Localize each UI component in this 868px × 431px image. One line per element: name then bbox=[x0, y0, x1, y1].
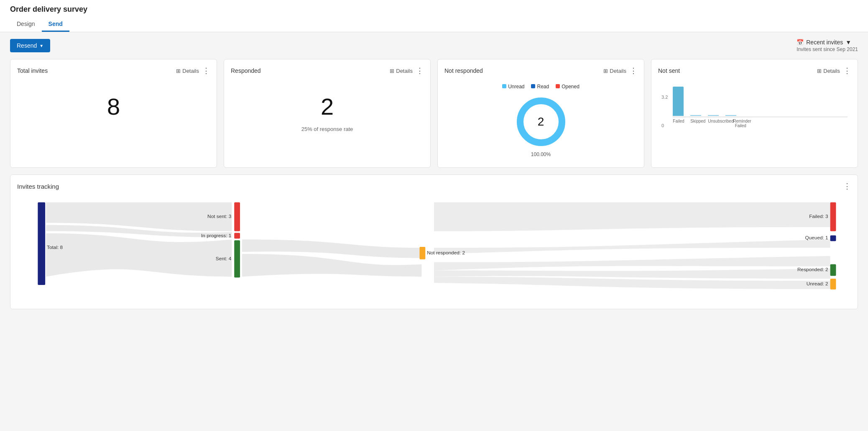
node-not-sent bbox=[234, 202, 240, 231]
donut-chart: 2 bbox=[514, 95, 568, 149]
legend-opened: Opened bbox=[556, 84, 580, 90]
tabs: Design Send bbox=[10, 17, 858, 32]
tab-design[interactable]: Design bbox=[10, 17, 42, 32]
bar-failed bbox=[673, 87, 684, 116]
tracking-more-button[interactable]: ⋮ bbox=[843, 182, 851, 191]
not-sent-more-button[interactable]: ⋮ bbox=[843, 66, 851, 75]
donut-percent: 100.00% bbox=[531, 151, 551, 157]
responded-title: Responded bbox=[231, 67, 261, 74]
chevron-down-icon: ▼ bbox=[845, 39, 851, 46]
responded-more-button[interactable]: ⋮ bbox=[416, 66, 424, 75]
y-label-bottom: 0 bbox=[661, 123, 668, 128]
total-invites-card: Total invites ⊞ Details ⋮ 8 bbox=[10, 59, 217, 168]
label-queued: Queued: 1 bbox=[805, 235, 828, 241]
not-responded-more-button[interactable]: ⋮ bbox=[630, 66, 637, 75]
label-sent: Sent: 4 bbox=[216, 256, 232, 262]
tracking-title: Invites tracking bbox=[17, 183, 59, 190]
label-not-sent: Not sent: 3 bbox=[207, 213, 232, 219]
page-title: Order delivery survey bbox=[10, 5, 858, 14]
bar-reminder-failed bbox=[725, 115, 736, 116]
responded-sub: 25% of response rate bbox=[231, 126, 424, 132]
tracking-header: Invites tracking ⋮ bbox=[17, 182, 851, 191]
legend-read: Read bbox=[531, 84, 549, 90]
node-unread bbox=[830, 279, 836, 290]
label-unread: Unread: 2 bbox=[807, 281, 828, 287]
legend-unread: Unread bbox=[502, 84, 524, 90]
donut-center-value: 2 bbox=[538, 115, 544, 128]
tab-send[interactable]: Send bbox=[42, 17, 69, 32]
y-label-top: 3.2 bbox=[661, 95, 668, 100]
label-not-responded: Not responded: 2 bbox=[427, 250, 465, 256]
label-responded: Responded: 2 bbox=[797, 267, 828, 272]
table-icon: ⊞ bbox=[390, 68, 394, 74]
resend-button[interactable]: Resend ▼ bbox=[10, 39, 50, 52]
bar-chart-area: 3.2 0 bbox=[658, 80, 851, 128]
tracking-section: Invites tracking ⋮ bbox=[10, 174, 858, 309]
label-total: Total: 8 bbox=[47, 244, 63, 250]
recent-invites-area: 📅 Recent invites ▼ Invites sent since Se… bbox=[797, 39, 858, 52]
invites-since-label: Invites sent since Sep 2021 bbox=[797, 46, 858, 52]
donut-legend: Unread Read Opened bbox=[502, 84, 580, 90]
not-responded-details-button[interactable]: ⊞ Details bbox=[603, 68, 626, 74]
sankey-diagram: Total: 8 Not sent: 3 In progress: 1 Sent… bbox=[17, 198, 851, 302]
total-invites-actions: ⊞ Details ⋮ bbox=[176, 66, 210, 75]
total-invites-details-button[interactable]: ⊞ Details bbox=[176, 68, 199, 74]
cards-row: Total invites ⊞ Details ⋮ 8 Responded ⊞ … bbox=[0, 59, 868, 174]
node-total bbox=[38, 202, 45, 285]
chevron-down-icon: ▼ bbox=[39, 44, 43, 48]
total-invites-title: Total invites bbox=[17, 67, 48, 74]
bar-chart-x-labels: Failed Skipped Unsubscribed Reminder Fai… bbox=[673, 119, 848, 128]
node-responded bbox=[830, 264, 836, 276]
recent-invites-button[interactable]: 📅 Recent invites ▼ bbox=[797, 39, 858, 46]
responded-details-button[interactable]: ⊞ Details bbox=[390, 68, 413, 74]
calendar-icon: 📅 bbox=[797, 39, 804, 46]
not-responded-actions: ⊞ Details ⋮ bbox=[603, 66, 637, 75]
total-invites-more-button[interactable]: ⋮ bbox=[202, 66, 210, 75]
node-in-progress bbox=[234, 233, 240, 239]
node-queued bbox=[830, 235, 836, 241]
table-icon: ⊞ bbox=[817, 68, 822, 74]
app-header: Order delivery survey Design Send bbox=[0, 0, 868, 32]
not-responded-card: Not responded ⊞ Details ⋮ Unread Read Op… bbox=[437, 59, 644, 168]
responded-actions: ⊞ Details ⋮ bbox=[390, 66, 424, 75]
not-sent-details-button[interactable]: ⊞ Details bbox=[817, 68, 840, 74]
responded-card: Responded ⊞ Details ⋮ 2 25% of response … bbox=[224, 59, 431, 168]
table-icon: ⊞ bbox=[176, 68, 181, 74]
bar-unsubscribed bbox=[708, 115, 719, 116]
node-failed bbox=[830, 202, 836, 231]
not-sent-actions: ⊞ Details ⋮ bbox=[817, 66, 851, 75]
label-in-progress: In progress: 1 bbox=[201, 233, 231, 239]
donut-chart-area: Unread Read Opened 2 100.00% bbox=[444, 80, 637, 161]
responded-value: 2 bbox=[231, 80, 424, 124]
not-sent-card: Not sent ⊞ Details ⋮ 3.2 0 bbox=[651, 59, 858, 168]
not-sent-title: Not sent bbox=[658, 67, 680, 74]
bar-skipped bbox=[690, 115, 701, 116]
sankey-svg: Total: 8 Not sent: 3 In progress: 1 Sent… bbox=[17, 198, 851, 302]
bar-chart-bars bbox=[673, 84, 848, 117]
not-responded-title: Not responded bbox=[444, 67, 483, 74]
node-sent bbox=[234, 240, 240, 277]
node-not-responded bbox=[419, 247, 425, 259]
total-invites-value: 8 bbox=[17, 80, 210, 124]
toolbar: Resend ▼ 📅 Recent invites ▼ Invites sent… bbox=[0, 32, 868, 59]
label-failed: Failed: 3 bbox=[809, 213, 828, 219]
table-icon: ⊞ bbox=[603, 68, 608, 74]
